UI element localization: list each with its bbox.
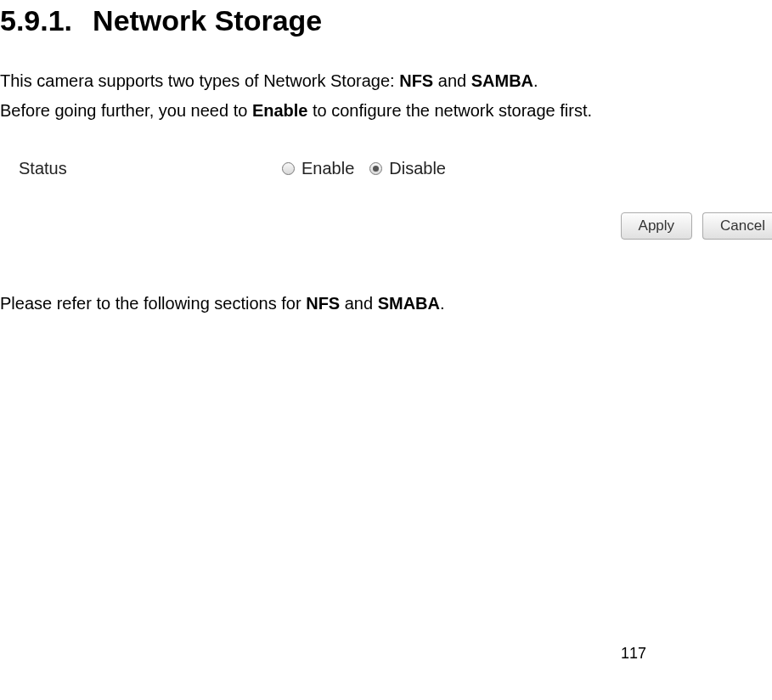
disable-radio[interactable] <box>369 162 382 175</box>
samba-bold: SAMBA <box>471 71 533 90</box>
enable-bold: Enable <box>252 101 308 120</box>
outro-text-span: and <box>340 294 377 313</box>
intro-text: . <box>533 71 538 90</box>
nfs-bold: NFS <box>399 71 433 90</box>
outro-text: Please refer to the following sections f… <box>0 294 772 313</box>
status-label: Status <box>19 159 282 178</box>
apply-button[interactable]: Apply <box>621 212 693 240</box>
status-radio-group: Enable Disable <box>282 159 456 178</box>
outro-text-span: Please refer to the following sections f… <box>0 294 306 313</box>
intro-line-1: This camera supports two types of Networ… <box>0 68 772 94</box>
intro-text: Before going further, you need to <box>0 101 252 120</box>
page-number: 117 <box>621 645 646 663</box>
intro-text: to configure the network storage first. <box>307 101 592 120</box>
intro-line-2: Before going further, you need to Enable… <box>0 98 772 124</box>
disable-radio-label: Disable <box>389 159 446 178</box>
intro-text: This camera supports two types of Networ… <box>0 71 399 90</box>
nfs-bold-2: NFS <box>306 294 340 313</box>
status-row: Status Enable Disable <box>19 151 772 185</box>
enable-radio[interactable] <box>282 162 295 175</box>
heading-number: 5.9.1. <box>0 4 72 37</box>
outro-text-span: . <box>440 294 445 313</box>
button-row: Apply Cancel <box>621 212 772 240</box>
intro-text: and <box>433 71 471 90</box>
settings-figure: Status Enable Disable Apply Cancel <box>19 151 772 260</box>
smaba-bold: SMABA <box>378 294 440 313</box>
heading-title: Network Storage <box>93 4 322 37</box>
enable-radio-label: Enable <box>301 159 354 178</box>
cancel-button[interactable]: Cancel <box>702 212 772 240</box>
section-heading: 5.9.1.Network Storage <box>0 0 772 37</box>
